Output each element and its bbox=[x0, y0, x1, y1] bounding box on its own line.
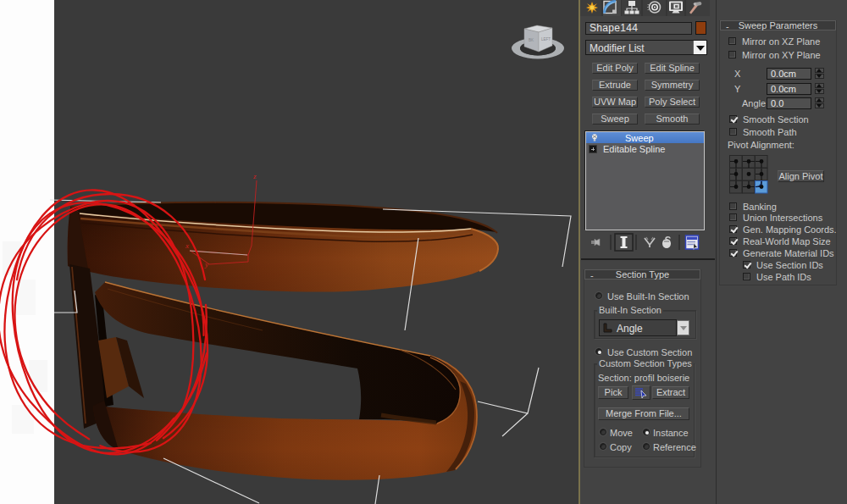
svg-text:LEFT: LEFT bbox=[541, 37, 551, 42]
svg-text:y: y bbox=[204, 260, 208, 269]
svg-text:BK: BK bbox=[529, 38, 534, 42]
svg-text:x: x bbox=[185, 241, 189, 250]
svg-text:z: z bbox=[252, 172, 257, 180]
